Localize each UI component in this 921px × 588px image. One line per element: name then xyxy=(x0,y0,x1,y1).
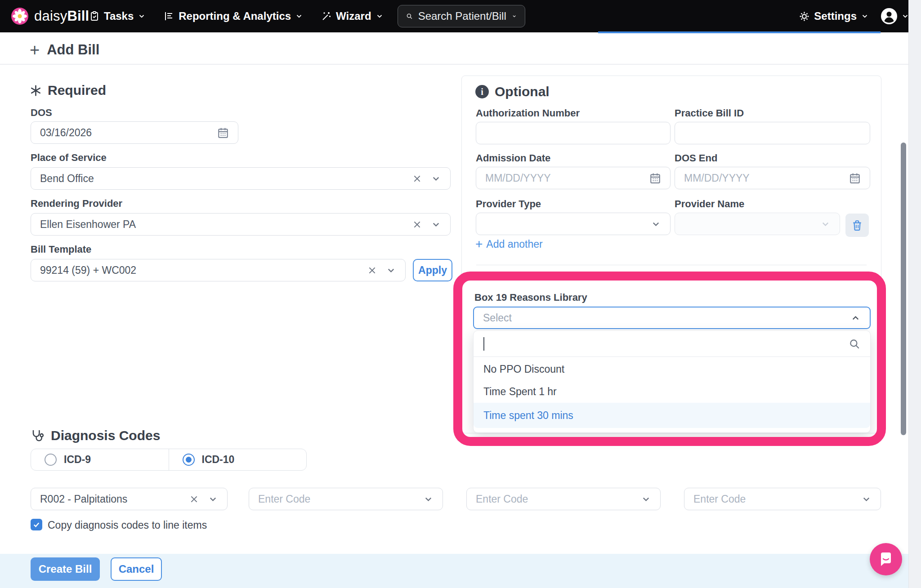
chevron-down-icon[interactable] xyxy=(208,494,218,504)
clear-x-icon[interactable] xyxy=(367,266,377,275)
provider-name-select[interactable] xyxy=(675,213,840,235)
settings-menu[interactable]: Settings xyxy=(799,10,869,22)
calendar-icon[interactable] xyxy=(649,172,661,184)
provider-name-label: Provider Name xyxy=(675,198,744,210)
calendar-icon[interactable] xyxy=(849,172,861,184)
dos-end-input[interactable] xyxy=(675,167,870,189)
optional-divider xyxy=(476,265,867,265)
navbar-right: Settings xyxy=(799,0,909,32)
dos-end-field[interactable] xyxy=(684,172,840,184)
copy-diagnosis-label: Copy diagnosis codes to line items xyxy=(48,519,207,531)
chevron-down-icon[interactable] xyxy=(431,219,441,230)
diagnosis-code-4-select[interactable]: Enter Code xyxy=(684,488,881,510)
option-no-ppo-discount[interactable]: No PPO Discount xyxy=(474,358,870,380)
radio-unselected-icon[interactable] xyxy=(45,454,57,466)
rendering-provider-select[interactable]: Ellen Eisenhower PA xyxy=(31,213,451,236)
copy-diagnosis-checkbox[interactable] xyxy=(31,519,42,530)
plus-icon: + xyxy=(30,41,40,58)
box19-search-row[interactable] xyxy=(474,331,870,357)
diagnosis-code-4-placeholder: Enter Code xyxy=(693,493,852,505)
chevron-down-icon[interactable] xyxy=(651,219,661,229)
cancel-button[interactable]: Cancel xyxy=(111,557,162,581)
search-icon xyxy=(849,338,860,350)
stethoscope-icon xyxy=(31,428,45,443)
icd9-label: ICD-9 xyxy=(64,454,91,466)
chevron-down-icon[interactable] xyxy=(386,265,396,276)
chat-launcher-button[interactable] xyxy=(870,543,902,575)
magic-wand-icon xyxy=(321,11,332,22)
practice-bill-id-field[interactable] xyxy=(684,127,861,139)
apply-button[interactable]: Apply xyxy=(413,259,452,281)
user-avatar-icon xyxy=(881,8,898,25)
icd10-radio-option[interactable]: ICD-10 xyxy=(169,449,307,470)
rendering-provider-value: Ellen Eisenhower PA xyxy=(40,218,403,231)
box19-dropdown-panel: No PPO Discount Time Spent 1 hr Time spe… xyxy=(473,330,871,433)
check-icon xyxy=(32,521,40,529)
delete-provider-button[interactable] xyxy=(845,214,869,237)
option-time-spent-1hr[interactable]: Time Spent 1 hr xyxy=(474,380,870,403)
admission-date-field[interactable] xyxy=(485,172,640,184)
add-another-link[interactable]: + Add another xyxy=(475,238,543,250)
chevron-up-icon[interactable] xyxy=(850,313,861,323)
nav-wizard[interactable]: Wizard xyxy=(321,10,383,22)
create-bill-button[interactable]: Create Bill xyxy=(31,557,100,581)
icd-version-toggle: ICD-9 ICD-10 xyxy=(31,449,307,471)
clear-x-icon[interactable] xyxy=(189,494,199,504)
practice-bill-id-input[interactable] xyxy=(675,122,870,144)
box19-options-list: No PPO Discount Time Spent 1 hr Time spe… xyxy=(474,358,870,428)
nav-tasks[interactable]: Tasks xyxy=(89,10,146,22)
chevron-down-icon[interactable] xyxy=(423,494,434,504)
diagnosis-code-3-select[interactable]: Enter Code xyxy=(466,488,661,510)
icd9-radio-option[interactable]: ICD-9 xyxy=(31,449,169,470)
search-patient-bill[interactable]: Search Patient/Bill xyxy=(398,5,525,27)
scrollbar-track[interactable] xyxy=(908,0,921,588)
clear-x-icon[interactable] xyxy=(412,174,422,183)
dos-input[interactable] xyxy=(31,121,238,144)
admission-date-label: Admission Date xyxy=(476,152,550,164)
radio-selected-icon[interactable] xyxy=(183,454,195,466)
bill-template-label: Bill Template xyxy=(31,244,91,255)
chevron-down-icon xyxy=(138,12,146,20)
diagnosis-code-3-placeholder: Enter Code xyxy=(476,493,632,505)
info-icon: i xyxy=(475,85,489,98)
nav-tasks-label: Tasks xyxy=(104,10,134,22)
trash-icon xyxy=(851,219,863,231)
provider-type-select[interactable] xyxy=(476,213,671,235)
chevron-down-icon[interactable] xyxy=(641,494,651,504)
asterisk-icon xyxy=(30,85,42,97)
option-time-spent-30-mins[interactable]: Time spent 30 mins xyxy=(474,403,870,428)
scrollbar-thumb[interactable] xyxy=(901,143,906,435)
icd10-label: ICD-10 xyxy=(202,454,235,466)
diagnosis-code-1-select[interactable]: R002 - Palpitations xyxy=(31,488,228,510)
admission-date-input[interactable] xyxy=(476,167,671,189)
place-of-service-value: Bend Office xyxy=(40,173,403,185)
optional-section-heading: i Optional xyxy=(475,84,550,99)
nav-reporting-analytics[interactable]: Reporting & Analytics xyxy=(164,10,303,22)
chevron-down-icon[interactable] xyxy=(861,494,872,504)
daisybill-logo[interactable]: daisyBill xyxy=(11,0,89,32)
diagnosis-codes-heading: Diagnosis Codes xyxy=(31,428,160,443)
clear-x-icon[interactable] xyxy=(412,220,422,229)
plus-icon: + xyxy=(475,238,483,250)
chevron-down-icon[interactable] xyxy=(512,12,517,21)
nav-wizard-label: Wizard xyxy=(336,10,371,22)
dos-value[interactable] xyxy=(40,127,208,139)
diagnosis-code-2-select[interactable]: Enter Code xyxy=(249,488,443,510)
rendering-provider-label: Rendering Provider xyxy=(31,198,122,209)
provider-type-label: Provider Type xyxy=(476,198,541,210)
box19-reasons-label: Box 19 Reasons Library xyxy=(474,292,587,303)
clipboard-icon xyxy=(89,11,100,22)
brand-name: daisyBill xyxy=(34,8,89,24)
bill-template-select[interactable]: 99214 (59) + WC002 xyxy=(31,259,406,281)
dos-label: DOS xyxy=(31,107,52,119)
authorization-number-field[interactable] xyxy=(485,127,661,139)
place-of-service-select[interactable]: Bend Office xyxy=(31,167,451,190)
chevron-down-icon xyxy=(820,219,831,229)
chevron-down-icon xyxy=(861,12,869,20)
chevron-down-icon[interactable] xyxy=(431,174,441,184)
calendar-icon[interactable] xyxy=(217,127,229,138)
user-account-menu[interactable] xyxy=(881,8,909,25)
box19-reasons-select[interactable]: Select xyxy=(473,307,871,329)
main-menu: Tasks Reporting & Analytics Wizard xyxy=(89,0,384,32)
authorization-number-input[interactable] xyxy=(476,122,671,144)
